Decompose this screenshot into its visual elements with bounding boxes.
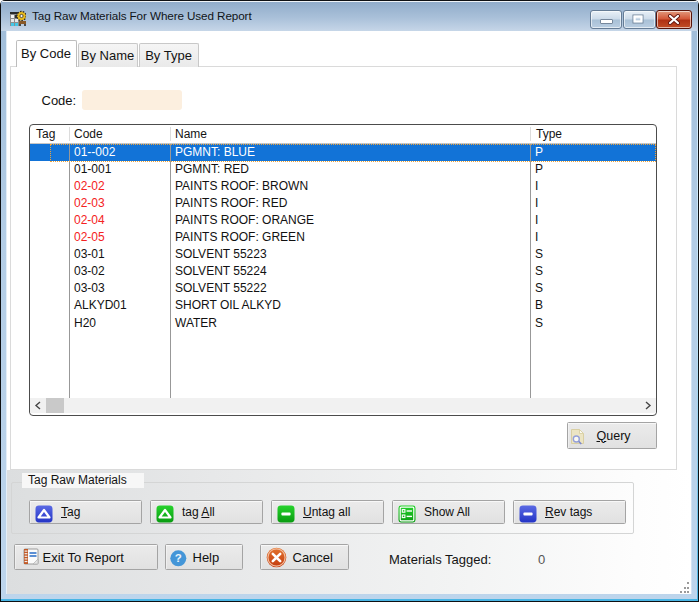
svg-text:?: ? <box>174 552 181 564</box>
